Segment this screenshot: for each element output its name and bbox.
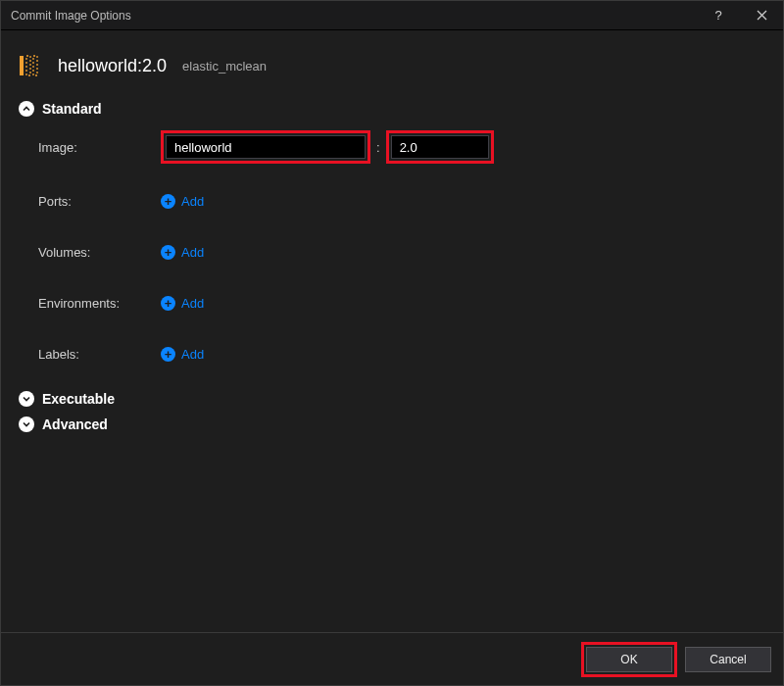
close-button[interactable] xyxy=(740,1,783,30)
row-image: Image: : xyxy=(38,130,765,164)
row-environments: Environments: + Add xyxy=(38,289,765,317)
svg-rect-4 xyxy=(33,56,37,75)
ok-label: OK xyxy=(620,653,637,666)
chevron-down-icon xyxy=(19,391,34,407)
section-standard-header[interactable]: Standard xyxy=(19,101,765,117)
title-bar: Commit Image Options ? xyxy=(1,1,783,30)
plus-icon: + xyxy=(161,194,175,209)
add-port-label: Add xyxy=(181,194,204,209)
close-icon xyxy=(757,10,767,21)
header-row: helloworld:2.0 elastic_mclean xyxy=(19,52,765,79)
svg-rect-2 xyxy=(20,56,24,75)
add-port-button[interactable]: + Add xyxy=(161,194,204,209)
add-volume-button[interactable]: + Add xyxy=(161,245,204,260)
row-volumes: Volumes: + Add xyxy=(38,238,765,266)
label-volumes: Volumes: xyxy=(38,245,161,260)
section-advanced-title: Advanced xyxy=(42,416,108,432)
highlight-image-name xyxy=(161,130,370,164)
plus-icon: + xyxy=(161,245,175,260)
label-environments: Environments: xyxy=(38,296,161,311)
section-executable-title: Executable xyxy=(42,391,115,407)
label-image: Image: xyxy=(38,140,161,155)
window-controls: ? xyxy=(697,1,783,30)
image-title: helloworld:2.0 xyxy=(58,56,167,76)
svg-rect-3 xyxy=(26,56,30,75)
dialog-content: helloworld:2.0 elastic_mclean Standard I… xyxy=(1,30,783,632)
container-name: elastic_mclean xyxy=(182,59,267,74)
section-advanced-header[interactable]: Advanced xyxy=(19,416,765,432)
plus-icon: + xyxy=(161,347,175,362)
highlight-image-tag xyxy=(386,130,494,164)
ok-button[interactable]: OK xyxy=(586,647,672,672)
add-label-button[interactable]: + Add xyxy=(161,347,204,362)
window-title: Commit Image Options xyxy=(11,9,697,23)
image-tag-separator: : xyxy=(376,140,380,155)
dialog-footer: OK Cancel xyxy=(1,632,783,685)
highlight-ok: OK xyxy=(581,642,677,677)
image-tag-input[interactable] xyxy=(391,135,489,159)
standard-form: Image: : Ports: + Add Volumes: xyxy=(19,130,765,368)
cancel-label: Cancel xyxy=(710,653,746,666)
label-ports: Ports: xyxy=(38,194,161,209)
add-environment-button[interactable]: + Add xyxy=(161,296,204,311)
section-standard-title: Standard xyxy=(42,101,102,117)
section-executable-header[interactable]: Executable xyxy=(19,391,765,407)
add-environment-label: Add xyxy=(181,296,204,311)
chevron-down-icon xyxy=(19,416,34,432)
chevron-up-icon xyxy=(19,101,34,117)
container-icon xyxy=(19,52,46,79)
help-button[interactable]: ? xyxy=(697,1,740,30)
plus-icon: + xyxy=(161,296,175,311)
image-fields: : xyxy=(161,130,494,164)
row-ports: Ports: + Add xyxy=(38,187,765,215)
add-label-label: Add xyxy=(181,347,204,362)
label-labels: Labels: xyxy=(38,347,161,362)
cancel-button[interactable]: Cancel xyxy=(685,647,771,672)
row-labels: Labels: + Add xyxy=(38,340,765,368)
image-name-input[interactable] xyxy=(166,135,366,159)
add-volume-label: Add xyxy=(181,245,204,260)
